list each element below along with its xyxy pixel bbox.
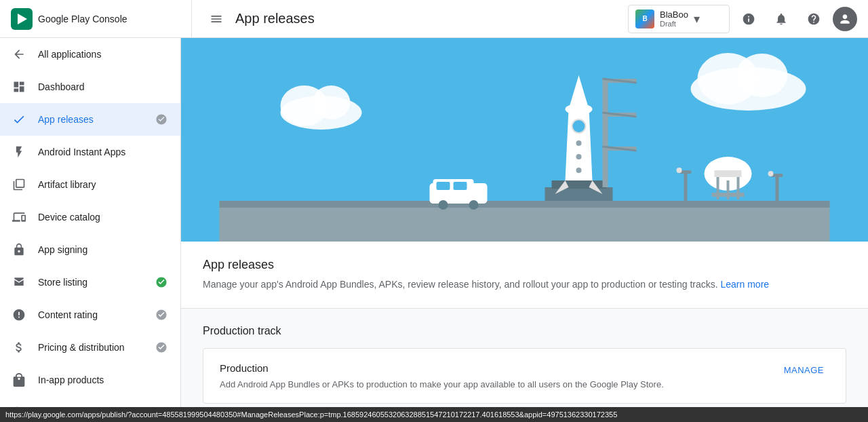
help-icon: [807, 12, 821, 26]
main-layout: All applications Dashboard App releases …: [0, 38, 868, 407]
svg-point-10: [736, 54, 788, 97]
content-rating-check-icon: [153, 309, 170, 321]
info-button[interactable]: [735, 5, 762, 33]
svg-rect-33: [437, 182, 450, 190]
sidebar-in-app-products-label: In-app products: [38, 375, 170, 385]
sidebar-item-device-catalog[interactable]: Device catalog: [0, 201, 180, 233]
device-catalog-icon: [11, 210, 27, 224]
svg-point-46: [768, 171, 774, 176]
help-button[interactable]: [800, 5, 827, 33]
svg-rect-44: [776, 174, 779, 201]
section-title: App releases: [203, 258, 846, 272]
bell-icon: [774, 12, 788, 26]
top-bar-center: App releases: [192, 5, 628, 33]
sidebar: All applications Dashboard App releases …: [0, 38, 181, 407]
dashboard-icon: [11, 80, 27, 94]
play-console-logo-icon: [11, 8, 33, 30]
sidebar-content-rating-label: Content rating: [38, 309, 142, 320]
sidebar-artifact-label: Artifact library: [38, 179, 170, 190]
sidebar-device-catalog-label: Device catalog: [38, 212, 170, 223]
hero-banner: [181, 38, 868, 242]
app-name: BlaBoo: [660, 9, 688, 20]
app-selector[interactable]: B BlaBoo Draft ▾: [628, 5, 730, 33]
track-card-description: Add Android App Bundles or APKs to produ…: [220, 379, 664, 389]
notifications-button[interactable]: [768, 5, 795, 33]
svg-point-7: [313, 85, 351, 119]
svg-point-23: [576, 140, 582, 146]
learn-more-link[interactable]: Learn more: [721, 279, 770, 290]
track-card-info: Production Add Android App Bundles or AP…: [220, 362, 664, 389]
sidebar-item-android-instant-apps[interactable]: Android Instant Apps: [0, 136, 180, 168]
sidebar-item-pricing-distribution[interactable]: Pricing & distribution: [0, 331, 180, 364]
manage-button[interactable]: MANAGE: [778, 360, 829, 381]
svg-rect-13: [603, 79, 608, 187]
sidebar-item-dashboard[interactable]: Dashboard: [0, 71, 180, 103]
svg-rect-36: [715, 170, 742, 177]
sidebar-instant-apps-label: Android Instant Apps: [38, 147, 170, 157]
sidebar-item-artifact-library[interactable]: Artifact library: [0, 168, 180, 201]
production-track-section: Production track Production Add Android …: [181, 309, 868, 407]
app-releases-info-section: App releases Manage your app's Android A…: [181, 242, 868, 309]
track-section-title: Production track: [203, 325, 846, 337]
svg-rect-12: [552, 180, 606, 189]
store-listing-check-icon: [153, 276, 170, 288]
svg-point-25: [576, 168, 582, 173]
svg-rect-41: [684, 170, 688, 201]
chevron-down-icon: ▾: [694, 12, 700, 26]
translation-icon: [11, 406, 27, 407]
content-rating-icon: [11, 308, 27, 322]
section-description: Manage your app's Android App Bundles, A…: [203, 277, 846, 292]
svg-point-28: [572, 119, 586, 133]
sidebar-item-content-rating[interactable]: Content rating: [0, 299, 180, 331]
artifact-library-icon: [11, 178, 27, 191]
sidebar-dashboard-label: Dashboard: [38, 81, 170, 92]
svg-rect-40: [712, 193, 745, 197]
avatar-button[interactable]: [833, 7, 857, 31]
content-area: App releases Manage your app's Android A…: [181, 38, 868, 407]
person-icon: [838, 12, 852, 26]
hero-illustration: [181, 38, 868, 242]
app-info: BlaBoo Draft: [660, 9, 688, 28]
track-card-title: Production: [220, 362, 664, 374]
sidebar-back-label: All applications: [38, 49, 101, 60]
app-status: Draft: [660, 20, 688, 28]
svg-point-43: [677, 168, 682, 173]
hamburger-button[interactable]: [203, 5, 230, 33]
app-signing-icon: [11, 243, 27, 256]
sidebar-item-store-listing[interactable]: Store listing: [0, 266, 180, 299]
svg-rect-34: [454, 182, 467, 190]
info-icon: [742, 12, 755, 26]
sidebar-app-signing-label: App signing: [38, 244, 170, 255]
sidebar-back-button[interactable]: All applications: [0, 38, 180, 71]
page-title: App releases: [235, 11, 315, 26]
menu-icon: [210, 12, 223, 26]
instant-apps-icon: [11, 145, 27, 159]
sidebar-app-releases-label: App releases: [38, 114, 142, 125]
pricing-check-icon: [153, 341, 170, 353]
sidebar-pricing-label: Pricing & distribution: [38, 342, 142, 353]
status-url: https://play.google.com/apps/publish/?ac…: [5, 410, 617, 419]
store-listing-icon: [11, 275, 27, 289]
app-icon: B: [635, 9, 654, 28]
top-bar: Google Play Console App releases B BlaBo…: [0, 0, 868, 38]
sidebar-item-app-releases[interactable]: App releases: [0, 103, 180, 136]
sidebar-store-listing-label: Store listing: [38, 277, 142, 288]
back-arrow-icon: [11, 47, 27, 61]
app-releases-check-icon: [153, 113, 170, 126]
app-releases-icon: [11, 113, 27, 126]
svg-rect-4: [220, 201, 830, 208]
status-bar: https://play.google.com/apps/publish/?ac…: [0, 407, 868, 422]
svg-point-24: [576, 154, 582, 159]
svg-point-32: [469, 200, 479, 210]
production-track-card: Production Add Android App Bundles or AP…: [203, 348, 846, 404]
sidebar-item-app-signing[interactable]: App signing: [0, 233, 180, 266]
in-app-products-icon: [11, 373, 27, 387]
sidebar-item-translation-service[interactable]: Translation service: [0, 396, 180, 407]
top-bar-right: B BlaBoo Draft ▾: [628, 5, 857, 33]
svg-point-31: [439, 200, 448, 210]
sidebar-item-in-app-products[interactable]: In-app products: [0, 364, 180, 396]
logo-text: Google Play Console: [38, 14, 127, 24]
logo-area: Google Play Console: [11, 0, 192, 37]
pricing-icon: [11, 341, 27, 354]
